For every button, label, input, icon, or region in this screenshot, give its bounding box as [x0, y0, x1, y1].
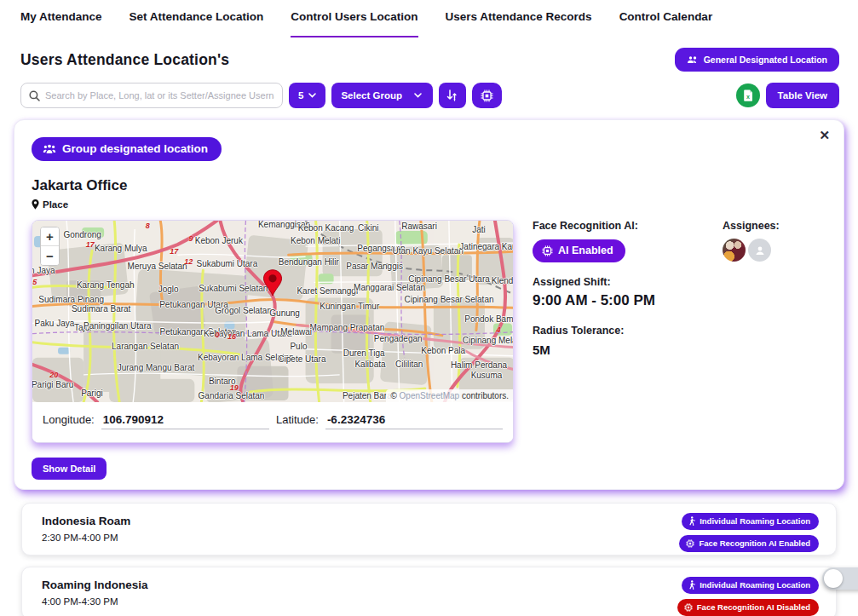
- map-place-label: Cipinang Besar Selatan: [404, 295, 493, 304]
- users-group-icon: [687, 55, 699, 65]
- map-route-shield: 4: [497, 325, 501, 334]
- app-root: { "tabs": [ { "label": "My Attendance", …: [0, 0, 858, 616]
- map-place-label: Sudimara Pinang: [38, 295, 104, 304]
- close-icon[interactable]: ✕: [819, 129, 830, 141]
- assignee-avatar-placeholder[interactable]: [748, 239, 771, 262]
- tab-set-attendance-location[interactable]: Set Attendance Location: [130, 10, 264, 37]
- assigned-shift-value: 9:00 AM - 5:00 PM: [533, 292, 707, 309]
- show-detail-button[interactable]: Show Detail: [32, 458, 107, 480]
- svg-text:x: x: [746, 94, 750, 100]
- tab-control-calendar[interactable]: Control Calendar: [619, 10, 713, 37]
- tab-my-attendance[interactable]: My Attendance: [20, 10, 102, 37]
- map-place-label: Utan Kayu Selatan: [392, 245, 463, 255]
- map-place-label: Rawasari: [401, 221, 437, 230]
- cpu-chip-icon: [481, 89, 493, 102]
- map-place-label: Pengadegan: [374, 334, 423, 343]
- map-place-label: Kemanggisan: [258, 221, 310, 229]
- map-place-label: Larangan Selatan: [112, 341, 179, 350]
- floating-toggle-switch[interactable]: [822, 567, 858, 590]
- map-place-label: Grogol Selatan: [215, 306, 272, 315]
- map-route-shield: 5: [32, 278, 37, 286]
- map-place-label: Petukangan Selatan: [160, 326, 237, 336]
- latitude-field[interactable]: -6.2324736: [325, 413, 503, 429]
- map-place-label: Kebon Pala: [421, 346, 465, 355]
- cpu-chip-icon: [684, 603, 693, 612]
- map-place-label: Cipinang Besar Utara: [408, 273, 490, 283]
- map-place-label: Parigi: [81, 388, 103, 397]
- longitude-label: Longitude:: [43, 413, 95, 426]
- map-panel: GondrongKarang MulyaMeruya SelatanKebon …: [32, 220, 514, 443]
- map-zoom-out-button[interactable]: −: [41, 246, 59, 265]
- map-place-label: Bendungan Hilir: [279, 256, 339, 266]
- openstreetmap-link[interactable]: OpenStreetMap: [400, 391, 460, 400]
- map-place-label: Cililitan: [395, 360, 423, 369]
- face-recognition-label: Face Recognition AI:: [533, 220, 707, 232]
- assignees-column: Assignees:: [723, 220, 780, 443]
- location-card-jakarta-office: ✕ Group designated location Jakarta Offi…: [14, 119, 844, 490]
- table-view-button[interactable]: Table View: [766, 83, 839, 108]
- individual-roaming-location-badge: Individual Roaming Location: [682, 577, 819, 594]
- map-place-label: Kusuma: [471, 371, 503, 380]
- toggle-knob: [824, 569, 843, 588]
- card-content-row: GondrongKarang MulyaMeruya SelatanKebon …: [32, 220, 826, 443]
- location-title: Jakarta Office: [32, 177, 826, 194]
- ai-enabled-label: AI Enabled: [558, 245, 613, 256]
- place-label: Place: [43, 199, 68, 210]
- location-card-roaming-indonesia[interactable]: Roaming Indonesia 4:00 PM-4:30 PM Indivi…: [21, 567, 837, 616]
- map-zoom-in-button[interactable]: +: [41, 227, 59, 246]
- map-place-label: Klender: [492, 276, 513, 285]
- toolbar: 5 Select Group x Table View: [20, 83, 839, 108]
- longitude-field[interactable]: 106.790912: [101, 413, 269, 429]
- ai-chip-filter-button[interactable]: [472, 83, 502, 108]
- card-text-column: Roaming Indonesia 4:00 PM-4:30 PM: [32, 577, 148, 609]
- sort-button[interactable]: [439, 83, 466, 108]
- sort-icon: [446, 89, 458, 101]
- ai-enabled-badge[interactable]: AI Enabled: [533, 239, 625, 262]
- general-designated-location-button[interactable]: General Designated Location: [675, 48, 839, 72]
- map-place-label: Petukangan Utara: [159, 299, 228, 308]
- map-place-label: Duren Tiga: [343, 348, 385, 358]
- map-place-label: Kebayoran Lama Selatan: [198, 352, 294, 361]
- map-route-shield: 19: [230, 383, 239, 392]
- latitude-label: Latitude:: [276, 413, 319, 426]
- radius-tolerance-value: 5M: [533, 343, 707, 357]
- location-info-column: Face Recognition AI: AI Enabled Assigned…: [533, 220, 707, 443]
- map-route-shield: 9: [189, 234, 193, 243]
- map[interactable]: GondrongKarang MulyaMeruya SelatanKebon …: [32, 221, 513, 402]
- map-place-label: Karang Tengah: [77, 279, 135, 289]
- map-place-label: Gunung: [269, 308, 300, 317]
- map-place-label: Joglo: [158, 285, 179, 294]
- group-designated-location-label: Group designated location: [62, 142, 208, 155]
- card-badges: Individual Roaming Location Face Recogni…: [679, 513, 819, 545]
- latitude-group: Latitude: -6.2324736: [276, 413, 503, 429]
- map-place-label: Cikini: [358, 223, 378, 233]
- group-designated-location-badge[interactable]: Group designated location: [32, 137, 222, 161]
- map-place-label: Melawai: [280, 326, 312, 336]
- location-title: Roaming Indonesia: [42, 579, 148, 591]
- assignees-label: Assignees:: [723, 220, 780, 232]
- map-place-label: Pegangsaan: [357, 243, 405, 252]
- map-place-label: Tajur: [74, 323, 93, 332]
- page-title: Users Attendance Location's: [20, 51, 229, 69]
- select-group-label: Select Group: [341, 90, 402, 101]
- map-route-shield: 12: [184, 257, 193, 266]
- card-badges: Individual Roaming Location Face Recogni…: [677, 577, 819, 609]
- tab-control-users-location[interactable]: Control Users Location: [291, 10, 417, 37]
- map-route-shield: 16: [227, 332, 236, 341]
- coordinates-row: Longitude: 106.790912 Latitude: -6.23247…: [32, 402, 513, 442]
- assignee-avatar[interactable]: [723, 239, 746, 262]
- chevron-down-icon: [414, 93, 422, 98]
- map-place-label: Pulo: [290, 341, 307, 350]
- location-card-indonesia-roam[interactable]: Indonesia Roam 2:30 PM-4:00 PM Individua…: [21, 503, 837, 556]
- show-detail-label: Show Detail: [43, 463, 95, 474]
- map-place-label: an Jaya: [32, 265, 55, 274]
- export-excel-button[interactable]: x: [736, 83, 760, 107]
- tab-users-attendance-records[interactable]: Users Attendance Records: [446, 10, 592, 37]
- map-place-label: Manggarai Selatan: [354, 282, 425, 291]
- select-group-dropdown[interactable]: Select Group: [331, 83, 433, 108]
- search-input[interactable]: [45, 90, 274, 101]
- map-labels-layer: GondrongKarang MulyaMeruya SelatanKebon …: [32, 221, 513, 402]
- map-place-label: Kebon Jeruk: [195, 236, 243, 245]
- page-size-dropdown[interactable]: 5: [289, 83, 325, 108]
- place-row: Place: [32, 199, 826, 210]
